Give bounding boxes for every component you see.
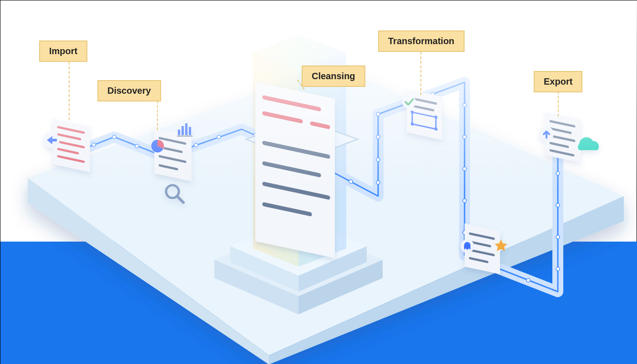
svg-point-35 <box>556 267 560 271</box>
transformation-stage-label: Transformation <box>378 30 465 52</box>
diagram-canvas: Import Discovery Cleansing Transformatio… <box>0 0 637 364</box>
export-stage-label: Export <box>534 71 582 92</box>
discovery-stage-label: Discovery <box>97 80 161 101</box>
diagram-svg <box>0 0 637 364</box>
export-leader-line <box>558 91 559 116</box>
svg-point-36 <box>556 235 560 239</box>
cleansing-stage-label: Cleansing <box>302 66 365 87</box>
import-leader-line <box>69 62 70 120</box>
svg-point-34 <box>526 278 530 282</box>
ai-ghost-icon <box>464 242 470 250</box>
fog-overlay <box>0 0 637 192</box>
discovery-leader-line <box>157 101 158 130</box>
svg-point-37 <box>556 203 560 207</box>
transformation-leader-line <box>420 52 421 95</box>
svg-point-31 <box>463 199 466 202</box>
import-stage-label: Import <box>39 40 87 62</box>
